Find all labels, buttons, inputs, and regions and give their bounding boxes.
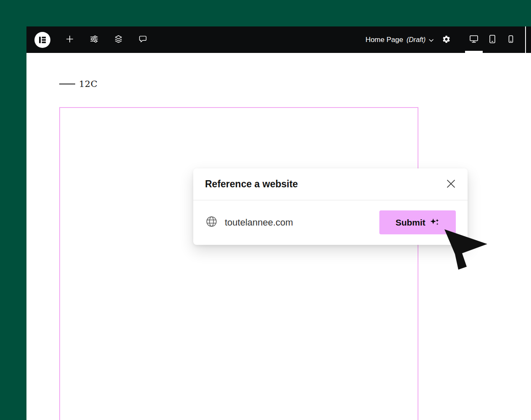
globe-icon [205, 215, 218, 230]
sparkles-icon [429, 217, 440, 228]
website-url-input[interactable] [225, 217, 373, 228]
tablet-icon [487, 34, 497, 45]
speech-bubble-icon [138, 34, 147, 45]
responsive-device-switcher [469, 35, 516, 45]
page-switcher-status: (Draft) [407, 36, 426, 44]
site-settings-button[interactable] [89, 35, 99, 45]
page-switcher-title: Home Page [365, 36, 403, 44]
chevron-down-icon [429, 36, 434, 44]
modal-header: Reference a website [193, 168, 468, 200]
active-device-indicator [465, 51, 483, 54]
notes-button[interactable] [138, 35, 148, 45]
gear-icon [442, 35, 451, 45]
structure-button[interactable] [113, 35, 124, 45]
decorative-line [59, 84, 75, 84]
device-mobile-button[interactable] [506, 35, 516, 45]
page-settings-button[interactable] [441, 35, 451, 45]
selected-section-outline[interactable] [59, 107, 418, 420]
editor-topbar: Home Page (Draft) [26, 26, 531, 53]
topbar-right-group: Home Page (Draft) [365, 26, 531, 53]
device-desktop-button[interactable] [469, 35, 479, 45]
close-icon [447, 180, 455, 189]
elementor-logo-button[interactable] [34, 32, 50, 48]
heading-label: 12C [79, 79, 97, 89]
modal-close-button[interactable] [446, 179, 456, 189]
layers-icon [114, 34, 123, 45]
page-switcher[interactable]: Home Page (Draft) [365, 36, 434, 44]
device-tablet-button[interactable] [487, 35, 497, 45]
submit-button-label: Submit [395, 218, 425, 228]
add-element-button[interactable] [65, 35, 75, 45]
page-canvas: 12C Reference a website [26, 53, 531, 420]
editor-backdrop: Home Page (Draft) [0, 0, 531, 420]
elementor-logo-icon [34, 43, 50, 49]
topbar-right-stub [526, 26, 531, 53]
sliders-icon [89, 34, 99, 45]
desktop-monitor-icon [469, 34, 479, 45]
submit-button[interactable]: Submit [379, 210, 456, 234]
modal-title: Reference a website [205, 178, 298, 190]
plus-icon [65, 34, 74, 45]
canvas-heading-widget[interactable]: 12C [59, 79, 97, 89]
reference-website-modal: Reference a website [193, 168, 468, 245]
mobile-phone-icon [506, 34, 516, 45]
modal-body: Submit [193, 200, 468, 244]
topbar-left-group [26, 32, 148, 48]
